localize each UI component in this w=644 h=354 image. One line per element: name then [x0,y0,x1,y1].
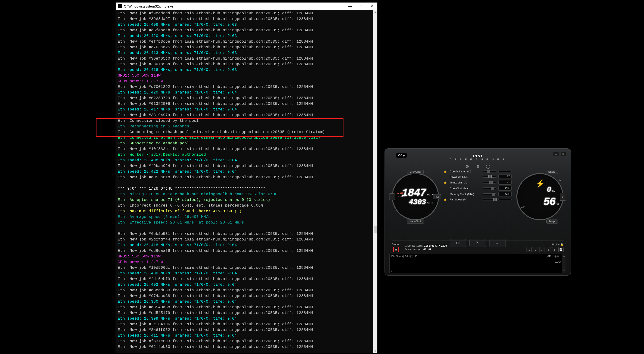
slider-track[interactable] [483,187,496,189]
slider-track[interactable] [483,181,496,183]
slider-row: Memory Clock (MHz)+500 [444,192,512,196]
terminal-line: Eth speed: 26.380 MH/s, shares: 71/0/0, … [118,299,375,305]
slider-knob[interactable] [492,193,496,196]
terminal-line: Eth: Effective speed: 28.01 MH/s; at poo… [118,220,375,225]
terminal-line: Eth speed: 26.420 MH/s, shares: 71/0/0, … [118,90,375,95]
slider-label: Temp. Limit (°C) [450,181,480,184]
graph-scroll-down-icon[interactable]: ▼ [563,270,565,272]
oc-scanner-button[interactable]: OC ⌕ [396,153,407,158]
graph-scroll-up-icon[interactable]: ▲ [563,255,565,257]
terminal-line: Eth speed: 26.420 MH/s, shares: 71/0/0, … [118,33,375,39]
slider-track[interactable] [483,198,496,200]
scroll-up-icon[interactable]: ▲ [373,10,377,14]
close-button[interactable]: ✕ [366,2,377,10]
slider-row: 🔒Core Voltage (mV) [444,170,512,173]
terminal-line: Eth: New job #a8cdd089 from asia.ethash-… [118,288,375,293]
terminal-line: Eth: New job #a053a818 from asia.ethash-… [118,175,375,180]
msi-minimize-button[interactable]: — [553,152,559,156]
slider-value[interactable]: 75 [498,180,512,185]
voltage-label: Voltage [545,170,558,174]
terminal-line: Eth: New job #3319497a from asia.ethash-… [118,112,375,118]
terminal-line: Eth speed: 26.422 MH/s, shares: 71/0/0, … [118,169,375,175]
terminal-line: Eth: New job #8968da97 from asia.ethash-… [118,16,375,22]
slider-panel: 🔒Core Voltage (mV)Power Limit (%)75🔒Temp… [439,170,516,237]
terminal-line: Eth: Mining ETH on asia.ethash-hub.minin… [118,191,375,197]
terminal-line: Eth: Maximum difficulty of found share: … [118,208,375,214]
startup-toggle[interactable]: ⊞ [393,247,399,252]
terminal-line: Eth speed: 26.411 MH/s, shares: 71/0/0, … [118,333,375,339]
minimize-button[interactable]: — [345,2,356,10]
slider-row: 🔒Temp. Limit (°C)75 [444,180,512,185]
gpu-chip-icon [389,193,395,200]
terminal-line: Eth: New job #ef7b3c6e from asia.ethash-… [118,39,375,44]
terminal-line: Eth: New job #10f863b1 from asia.ethash-… [118,146,375,152]
graph-scrollbar[interactable]: ▲ ▼ [562,254,566,273]
terminal-line: Eth speed: 26.402 MH/s, shares: 71/0/0, … [118,282,375,288]
terminal-line: Eth: New job #62283729 from asia.ethash-… [118,95,375,101]
terminal-line: Eth: Worker kjs817.Desktop authorized [118,152,375,158]
profile-slot-1[interactable]: 1 [526,247,532,252]
terminal-line: Eth: Connection closed by the pool [118,118,375,124]
cmd-scrollbar[interactable]: ▲ ▼ [373,10,377,353]
terminal-line: Eth: New job #62ffbb30 from asia.ethash-… [118,344,375,350]
terminal-line: Eth speed: 26.408 MH/s, shares: 71/0/0, … [118,22,375,27]
slider-value[interactable]: +500 [498,192,512,196]
slider-value[interactable]: 75 [498,174,512,179]
terminal-line: Eth: New job #fd16ebf9 from asia.ethash-… [118,276,375,282]
terminal-line: Eth: New job #c5febcab from asia.ethash-… [118,27,375,33]
cmd-titlebar[interactable]: C:\Windows\system32\cmd.exe — □ ✕ [116,2,377,10]
profile-slot-5[interactable]: 5 [552,247,557,252]
terminal-line: *** 9:04 *** 1/28 07:48 ****************… [118,186,375,191]
terminal-output[interactable]: Eth: New job #f9ccdddd from asia.ethash-… [116,10,377,351]
terminal-line: Eth: Incorrect shares 0 (0.00%), est. st… [118,203,375,208]
slider-knob[interactable] [487,170,490,173]
slider-track[interactable] [483,171,496,173]
slider-knob[interactable] [488,175,492,178]
gauge-lo: 32° [521,206,525,208]
msi-brand: msi [450,153,506,159]
msi-header: OC ⌕ msi A F T E R B U R N E R — ✕ [385,149,571,165]
voltage-value: 0 [547,185,551,194]
slider-track[interactable] [483,176,496,177]
temp-unit: °C [556,202,559,205]
terminal-line: Eth: New job #10d506dc from asia.ethash-… [118,265,375,271]
slider-value[interactable] [498,199,512,200]
reset-button[interactable]: RST [433,194,441,199]
profile-save-button[interactable]: 💾 [558,247,564,252]
gauge-hi: 75 [558,179,561,181]
scroll-thumb[interactable] [374,226,377,233]
terminal-line: Eth: New job #2d2fdf44 from asia.ethash-… [118,237,375,242]
terminal-line: GPUs power: 113.7 W [118,78,375,84]
slider-knob[interactable] [490,181,493,184]
maximize-button[interactable]: □ [356,2,366,10]
lock-icon[interactable]: 🔒 [444,170,448,173]
scroll-down-icon[interactable]: ▼ [373,349,377,353]
msi-afterburner-window: OC ⌕ msi A F T E R B U R N E R — ✕ ⚙ 🖥 ⓘ… [384,148,571,276]
slider-label: Fan Speed (%) [450,198,480,201]
terminal-line [118,180,375,186]
gpu-clock-unit: MHz [427,193,433,197]
lock-icon[interactable]: 🔒 [444,198,448,201]
slider-knob[interactable] [493,198,496,201]
slider-track[interactable] [483,193,496,195]
lock-icon[interactable]: 🔒 [444,181,448,184]
slider-value[interactable] [498,171,512,172]
profile-label: Profile [552,243,560,246]
terminal-line: GPU1: 55C 50% 114W [118,73,375,78]
profile-slot-4[interactable]: 4 [546,247,551,252]
slider-knob[interactable] [491,187,494,190]
profile-slot-3[interactable]: 3 [539,247,544,252]
terminal-line: Eth: New job #d763ad25 from asia.ethash-… [118,44,375,50]
cmd-title: C:\Windows\system32\cmd.exe [124,4,173,8]
slider-value[interactable]: +200 [498,186,512,190]
drv-label: Driver Version : [405,248,422,251]
msi-close-button[interactable]: ✕ [560,152,566,156]
cmd-icon [118,4,122,8]
profile-slot-2[interactable]: 2 [533,247,538,252]
terminal-line: Eth: New job #3307858a from asia.ethash-… [118,61,375,67]
slider-label: Core Clock (MHz) [450,187,480,190]
terminal-line: Eth: New job #8a61f052 from asia.ethash-… [118,327,375,333]
terminal-line: Eth: New job #f837e693 from asia.ethash-… [118,339,375,344]
monitoring-graph[interactable]: 100 56 최저: 56 최고: 56 0 GPU1 온도 . — 56 [390,254,562,273]
terminal-line: Eth speed: 26.408 MH/s, shares: 71/0/0, … [118,158,375,163]
